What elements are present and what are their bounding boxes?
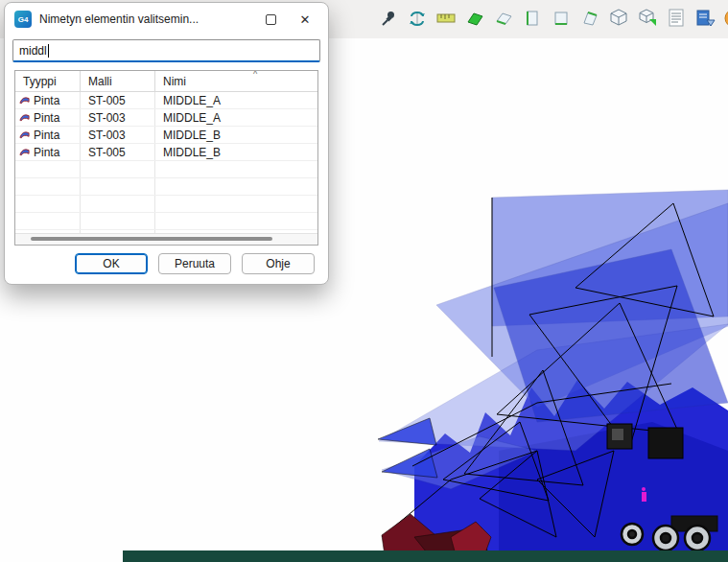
surface-type-icon: [19, 94, 30, 107]
plane-xy-icon[interactable]: [491, 6, 515, 31]
column-header-nimi[interactable]: Nimi: [155, 71, 317, 91]
cell-name: MIDDLE_A: [155, 92, 317, 108]
text-caret: [48, 44, 49, 58]
cell-name: MIDDLE_B: [155, 127, 317, 143]
application-window: G4 Nimetyn elementin valitsemin... ✕ ^ T…: [0, 0, 728, 562]
ruler-icon[interactable]: [434, 6, 458, 31]
cell-type: Pinta: [34, 146, 59, 159]
table-row[interactable]: Pinta ST-003 MIDDLE_B: [15, 127, 317, 144]
cell-model: ST-003: [81, 109, 155, 126]
filter-input[interactable]: [12, 39, 320, 62]
list-icon[interactable]: [664, 6, 688, 31]
cad-toolbar: [376, 6, 728, 31]
table-row[interactable]: Pinta ST-005 MIDDLE_A: [15, 92, 317, 109]
cube-export-icon[interactable]: [635, 6, 659, 31]
help-button[interactable]: Ohje: [242, 253, 315, 274]
report-icon[interactable]: [693, 6, 716, 31]
table-empty-row: [15, 213, 317, 230]
element-table[interactable]: ^ Tyyppi Malli Nimi Pinta ST-005 MIDDLE_…: [14, 70, 318, 246]
cell-name: MIDDLE_B: [155, 144, 317, 160]
app-icon: G4: [14, 11, 32, 28]
cell-name: MIDDLE_A: [155, 109, 317, 126]
surface-type-icon: [19, 129, 30, 142]
surface-type-icon: [19, 111, 30, 125]
cell-type: Pinta: [34, 129, 59, 142]
table-row[interactable]: Pinta ST-005 MIDDLE_B: [15, 144, 317, 161]
surface-type-icon: [19, 146, 30, 159]
create-surface-icon[interactable]: [462, 6, 486, 31]
dialog-buttons: OK Peruuta Ohje: [5, 253, 315, 274]
settings-partial-icon[interactable]: [721, 6, 728, 31]
cube-icon[interactable]: [606, 6, 630, 31]
named-element-select-dialog: G4 Nimetyn elementin valitsemin... ✕ ^ T…: [4, 2, 329, 285]
maximize-button[interactable]: [253, 5, 288, 34]
plane-yz-icon[interactable]: [549, 6, 573, 31]
table-empty-row: [15, 161, 317, 178]
plane-free-icon[interactable]: [577, 6, 601, 31]
ok-button[interactable]: OK: [75, 253, 148, 274]
horizontal-scrollbar[interactable]: [15, 233, 317, 245]
cancel-button[interactable]: Peruuta: [158, 253, 231, 274]
dialog-title: Nimetyn elementin valitsemin...: [39, 12, 253, 26]
scrollbar-thumb[interactable]: [31, 237, 272, 241]
pin-icon[interactable]: [376, 6, 400, 31]
table-row[interactable]: Pinta ST-003 MIDDLE_A: [15, 109, 317, 127]
column-header-tyyppi[interactable]: Tyyppi: [15, 71, 81, 91]
maximize-icon: [266, 14, 276, 25]
sort-indicator-icon[interactable]: ^: [253, 70, 257, 79]
viewport-bottom-strip: [123, 550, 728, 562]
plane-xz-icon[interactable]: [520, 6, 544, 31]
close-icon: ✕: [300, 13, 311, 26]
table-empty-row: [15, 178, 317, 196]
flip-arrows-icon[interactable]: [405, 6, 429, 31]
table-header: Tyyppi Malli Nimi: [15, 71, 317, 92]
table-empty-row: [15, 196, 317, 213]
cell-type: Pinta: [34, 111, 59, 125]
column-header-malli[interactable]: Malli: [81, 71, 155, 91]
close-button[interactable]: ✕: [288, 5, 322, 34]
dialog-titlebar[interactable]: G4 Nimetyn elementin valitsemin... ✕: [5, 3, 328, 35]
filter-field-wrap: [12, 39, 320, 62]
cell-type: Pinta: [34, 94, 59, 107]
cell-model: ST-003: [81, 127, 155, 143]
cell-model: ST-005: [81, 92, 155, 108]
cell-model: ST-005: [81, 144, 155, 160]
